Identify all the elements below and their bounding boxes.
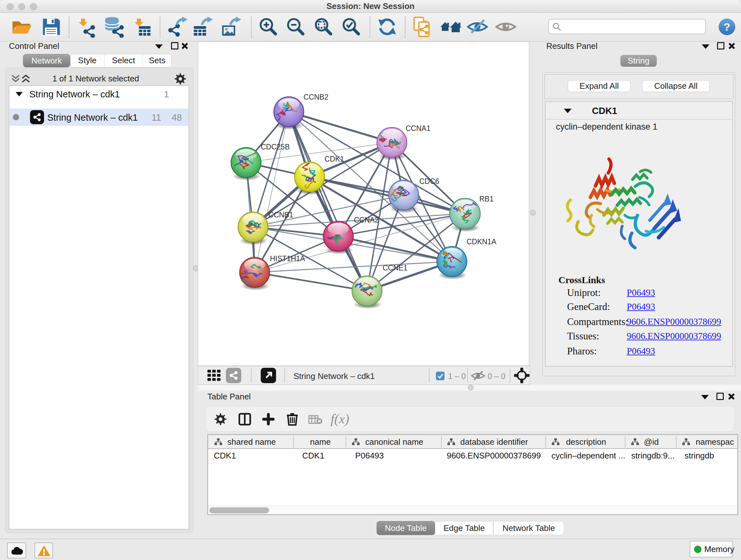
svg-text:RB1: RB1: [479, 195, 494, 203]
svg-text:HIST1H1A: HIST1H1A: [270, 254, 306, 263]
svg-text:CDK1: CDK1: [325, 155, 344, 163]
svg-text:CDKN1A: CDKN1A: [467, 238, 496, 246]
svg-text:CDC25B: CDC25B: [261, 143, 290, 151]
svg-text:CCNE1: CCNE1: [383, 264, 408, 272]
svg-text:CCNA2: CCNA2: [354, 216, 379, 224]
svg-text:CCNB1: CCNB1: [268, 211, 293, 219]
svg-text:CCNA1: CCNA1: [406, 124, 430, 132]
svg-text:CCNB2: CCNB2: [304, 93, 328, 101]
svg-text:CDC6: CDC6: [419, 177, 440, 186]
